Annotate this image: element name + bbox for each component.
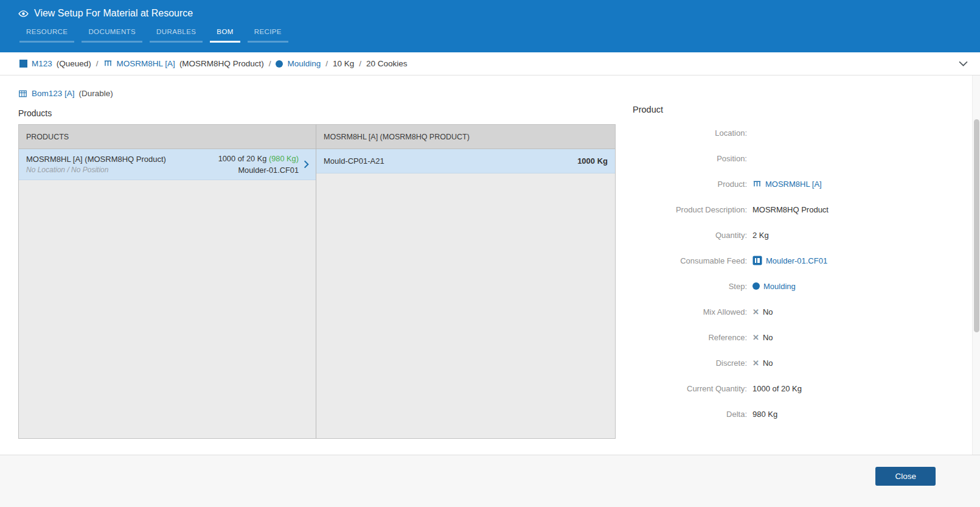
field-value: MOSRM8HQ Product: [752, 205, 829, 214]
table-row[interactable]: MOSRM8HL [A] (MOSRM8HQ Product) No Locat…: [19, 149, 316, 180]
field-discrete: Discrete: ✕ No: [633, 355, 919, 370]
breadcrumb-step-link[interactable]: Moulding: [287, 59, 321, 68]
product-detail-table-header: MOSRM8HL [A] (MOSRM8HQ PRODUCT): [316, 125, 615, 149]
scrollbar-thumb[interactable]: [974, 119, 979, 332]
field-label: Product:: [633, 180, 747, 189]
field-mix-allowed: Mix Allowed: ✕ No: [633, 304, 919, 319]
field-label: Discrete:: [633, 358, 747, 368]
breadcrumb-separator: /: [325, 59, 328, 68]
header: View Setup For Material at Resource RESO…: [0, 0, 980, 52]
product-row-text: MOSRM8HL [A] (MOSRM8HQ Product) No Locat…: [26, 155, 166, 174]
field-label: Location:: [633, 128, 747, 138]
step-icon: [276, 60, 283, 68]
product-row-delta: (980 Kg): [269, 154, 299, 163]
field-label: Position:: [633, 154, 747, 163]
chevron-down-icon[interactable]: [959, 61, 968, 66]
field-consumable-feed: Consumable Feed: Moulder-01.CF01: [633, 253, 919, 268]
chevron-right-icon[interactable]: [299, 160, 313, 169]
table-row[interactable]: Mould-CP01-A21 1000 Kg: [316, 149, 615, 173]
detail-row-quantity: 1000 Kg: [577, 156, 608, 166]
product-panel-title: Product: [633, 105, 919, 114]
footer: Close: [0, 455, 980, 507]
product-row-quantity: 1000 of 20 Kg: [218, 154, 267, 163]
field-current-quantity: Current Quantity: 1000 of 20 Kg: [633, 381, 919, 396]
product-row-name: MOSRM8HL [A] (MOSRM8HQ Product): [26, 155, 166, 164]
page-title: View Setup For Material at Resource: [34, 8, 193, 19]
field-delta: Delta: 980 Kg: [633, 407, 919, 421]
consumable-feed-icon: [752, 256, 762, 265]
bom-title-row: Bom123 [A] (Durable): [18, 89, 980, 98]
page-title-row: View Setup For Material at Resource: [18, 0, 980, 19]
bom-type: (Durable): [79, 89, 113, 98]
eye-icon: [18, 9, 29, 19]
field-label: Mix Allowed:: [633, 307, 747, 316]
field-value: No: [763, 358, 773, 368]
field-label: Reference:: [633, 333, 747, 342]
close-button[interactable]: Close: [875, 467, 936, 486]
breadcrumb-product-link[interactable]: MOSRM8HL [A]: [117, 59, 175, 68]
consumable-feed-link[interactable]: Moulder-01.CF01: [766, 256, 827, 265]
field-quantity: Quantity: 2 Kg: [633, 228, 919, 242]
breadcrumb: M123 (Queued) / MOSRM8HL [A] (MOSRM8HQ P…: [0, 52, 980, 75]
field-position: Position:: [633, 151, 919, 166]
breadcrumb-quantity: 10 Kg: [333, 59, 354, 68]
breadcrumb-separator: /: [268, 59, 272, 68]
material-state: (Queued): [57, 59, 91, 68]
step-icon: [752, 282, 760, 290]
cross-icon: ✕: [752, 307, 759, 316]
breadcrumb-separator: /: [358, 59, 362, 68]
field-label: Delta:: [633, 410, 747, 419]
product-panel: Product Location: Position: Product: MOS…: [633, 105, 919, 432]
field-label: Current Quantity:: [633, 384, 747, 393]
products-table-header: PRODUCTS: [19, 125, 316, 149]
material-icon: [19, 60, 27, 68]
field-label: Consumable Feed:: [633, 256, 747, 265]
bom-table-icon: [18, 89, 27, 98]
view-setup-dialog: View Setup For Material at Resource RESO…: [0, 0, 980, 507]
breadcrumb-material-link[interactable]: M123: [32, 59, 52, 68]
field-value: 2 Kg: [752, 231, 769, 240]
tab-bom[interactable]: BOM: [210, 26, 240, 43]
vertical-scrollbar[interactable]: [972, 75, 980, 455]
cross-icon: ✕: [752, 358, 759, 368]
field-step: Step: Moulding: [633, 279, 919, 293]
field-reference: Reference: ✕ No: [633, 330, 919, 344]
product-icon: [752, 180, 762, 189]
breadcrumb-secondary-quantity: 20 Cookies: [366, 59, 408, 68]
cross-icon: ✕: [752, 333, 759, 342]
product-detail-table: MOSRM8HL [A] (MOSRM8HQ PRODUCT) Mould-CP…: [316, 125, 615, 438]
product-description: (MOSRM8HQ Product): [179, 59, 264, 68]
field-value: No: [763, 307, 773, 316]
tab-documents[interactable]: DOCUMENTS: [82, 26, 142, 43]
tab-durables[interactable]: DURABLES: [150, 26, 203, 43]
tab-resource[interactable]: RESOURCE: [19, 26, 74, 43]
detail-row-name: Mould-CP01-A21: [324, 156, 384, 166]
field-label: Step:: [633, 282, 747, 291]
product-icon: [103, 59, 113, 68]
breadcrumb-separator: /: [96, 59, 99, 68]
field-value: No: [763, 333, 773, 342]
tab-bar: RESOURCE DOCUMENTS DURABLES BOM RECIPE: [19, 26, 980, 43]
bom-tables: PRODUCTS MOSRM8HL [A] (MOSRM8HQ Product)…: [18, 124, 616, 439]
product-row-feed: Moulder-01.CF01: [218, 164, 299, 176]
field-location: Location:: [633, 125, 919, 140]
step-link[interactable]: Moulding: [763, 282, 796, 291]
product-link[interactable]: MOSRM8HL [A]: [765, 180, 822, 189]
field-value: 980 Kg: [752, 410, 777, 419]
field-product-description: Product Description: MOSRM8HQ Product: [633, 202, 919, 217]
field-label: Quantity:: [633, 231, 747, 240]
tab-recipe[interactable]: RECIPE: [248, 26, 288, 43]
field-label: Product Description:: [633, 205, 747, 214]
field-value: 1000 of 20 Kg: [752, 384, 802, 393]
field-product: Product: MOSRM8HL [A]: [633, 177, 919, 191]
product-row-location: No Location / No Position: [26, 166, 166, 174]
bom-name-link[interactable]: Bom123 [A]: [32, 89, 75, 98]
products-table: PRODUCTS MOSRM8HL [A] (MOSRM8HQ Product)…: [19, 125, 316, 438]
product-row-quantities: 1000 of 20 Kg (980 Kg) Moulder-01.CF01: [218, 153, 299, 176]
main-content: Bom123 [A] (Durable) Products PRODUCTS M…: [0, 75, 980, 455]
